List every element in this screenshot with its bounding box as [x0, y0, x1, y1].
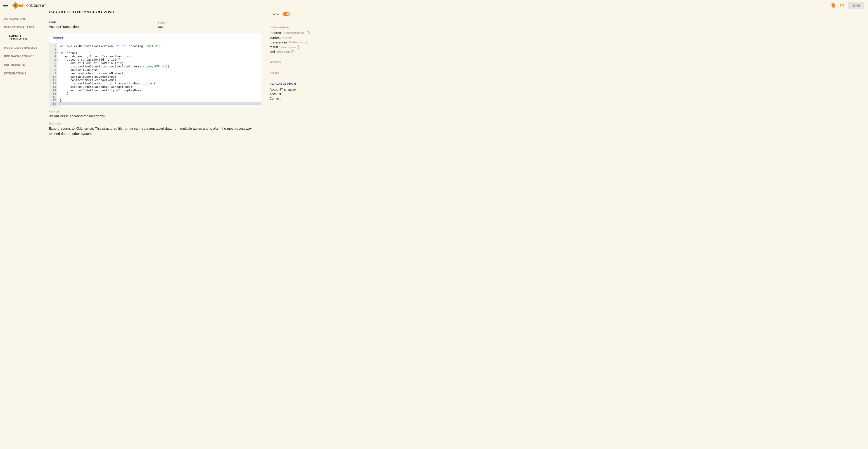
sidebar-item-pdf-backgrounds[interactable]: →PDF BACKGROUNDS — [0, 52, 41, 61]
enabled-label: Enabled — [270, 12, 280, 16]
help-icon[interactable]: ? — [297, 46, 300, 49]
logo[interactable]: ish°onCourse™ — [13, 3, 46, 8]
sidebar: →AUTOMATIONS→IMPORT TEMPLATES→EXPORT TEM… — [0, 0, 41, 177]
help-icon[interactable]: ? — [305, 41, 308, 44]
logo-diamond-icon — [12, 2, 19, 9]
header: ish°onCourse™ SAVE — [0, 0, 343, 11]
divider — [11, 2, 11, 9]
available-item-contact[interactable]: Contact — [270, 97, 331, 100]
side-panel: Enabled Built in variables records(Accou… — [270, 11, 337, 177]
enabled-toggle[interactable] — [283, 12, 290, 16]
script-card: SCRIPT 123456789101112131415161718 xml.m… — [49, 33, 261, 107]
sidebar-item-export-templates[interactable]: →EXPORT TEMPLATES — [0, 32, 41, 43]
menu-icon[interactable] — [3, 3, 8, 8]
var-name: xml — [270, 50, 275, 54]
sidebar-item-pdf-reports[interactable]: →PDF REPORTS — [0, 61, 41, 69]
description-value: Export records to XML format. This struc… — [49, 126, 255, 136]
var-type: (Xml builder) — [276, 51, 290, 53]
builtin-var-context: context(Context) — [270, 35, 331, 39]
code-editor[interactable]: 123456789101112131415161718 xml.mkp.xmlD… — [49, 43, 261, 107]
description-label: Description — [49, 122, 261, 125]
arrow-right-icon: → — [4, 36, 7, 39]
var-type: (AccountTransaction) — [282, 31, 305, 34]
available-item-account[interactable]: Account — [270, 92, 331, 96]
var-type: (Context) — [281, 36, 291, 39]
sidebar-item-label: PDF REPORTS — [4, 63, 25, 66]
sidebar-item-label: IMPORT TEMPLATES — [4, 26, 34, 29]
sidebar-item-import-templates[interactable]: →IMPORT TEMPLATES — [0, 23, 41, 32]
variables-label: Variables — [270, 60, 331, 64]
available-from-label: AVAILABLE FROM — [270, 82, 331, 85]
var-name: records — [270, 31, 281, 35]
sidebar-item-label: EXPORT TEMPLATES — [9, 34, 37, 41]
script-label: SCRIPT — [49, 33, 261, 43]
builtin-var-xml: xml(Xml builder)? — [270, 50, 331, 54]
output-value: xml — [157, 25, 261, 29]
logo-text: ish°onCourse™ — [19, 3, 46, 8]
sidebar-item-message-templates[interactable]: →MESSAGE TEMPLATES — [0, 43, 41, 52]
var-name: preferences — [270, 40, 287, 44]
options-label: Options — [270, 71, 331, 74]
var-name: context — [270, 35, 280, 39]
keycode-value: ish.onCourse.accountTransaction.xml — [49, 114, 261, 118]
sidebar-item-label: INTEGRATIONS — [4, 72, 26, 75]
var-type: (output stream) — [279, 46, 296, 49]
help-icon[interactable]: ? — [291, 50, 294, 53]
type-label: TYPE — [49, 21, 153, 24]
sidebar-item-automations[interactable]: →AUTOMATIONS — [0, 14, 41, 23]
sidebar-item-label: PDF BACKGROUNDS — [4, 55, 34, 58]
sidebar-item-label: AUTOMATIONS — [4, 17, 26, 20]
var-type: (Preferences) — [288, 41, 304, 44]
builtin-var-result: result(output stream)? — [270, 45, 331, 49]
builtin-var-records: records(AccountTransaction)? — [270, 31, 331, 35]
sidebar-item-integrations[interactable]: →INTEGRATIONS — [0, 69, 41, 78]
builtin-var-preferences: preferences(Preferences)? — [270, 40, 331, 44]
keycode-label: Key code — [49, 110, 261, 113]
available-item-accounttransaction[interactable]: AccountTransaction — [270, 88, 331, 91]
var-name: result — [270, 45, 278, 49]
type-value: AccountTransaction — [49, 25, 153, 29]
sidebar-item-label: MESSAGE TEMPLATES — [4, 46, 37, 49]
help-icon[interactable]: ? — [307, 31, 310, 34]
builtin-vars-label: Built in variables — [270, 26, 331, 29]
output-label: Output — [157, 21, 261, 24]
